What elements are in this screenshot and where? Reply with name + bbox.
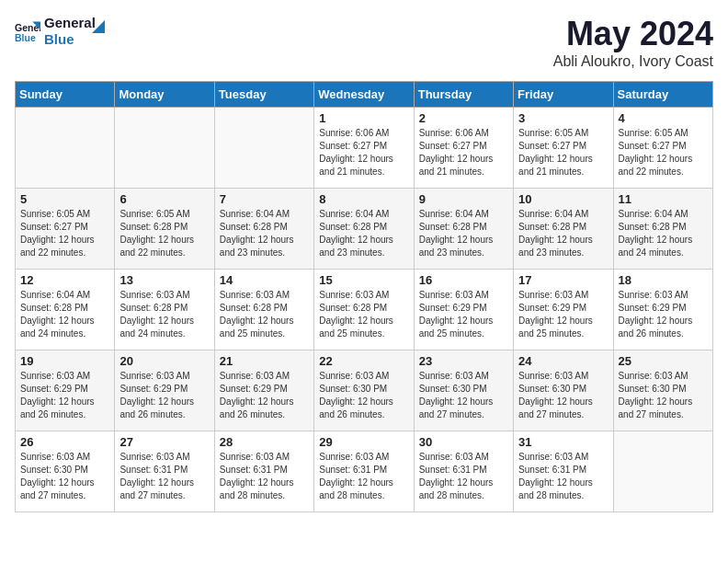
calendar-day-cell: 7Sunrise: 6:04 AM Sunset: 6:28 PM Daylig… (214, 189, 313, 270)
calendar-week-row: 1Sunrise: 6:06 AM Sunset: 6:27 PM Daylig… (16, 108, 713, 189)
day-info: Sunrise: 6:06 AM Sunset: 6:27 PM Dayligh… (319, 127, 408, 178)
day-info: Sunrise: 6:04 AM Sunset: 6:28 PM Dayligh… (220, 208, 309, 259)
calendar-day-cell: 3Sunrise: 6:05 AM Sunset: 6:27 PM Daylig… (514, 108, 613, 189)
day-info: Sunrise: 6:03 AM Sunset: 6:29 PM Dayligh… (518, 289, 608, 340)
calendar-day-cell: 24Sunrise: 6:03 AM Sunset: 6:30 PM Dayli… (514, 350, 613, 431)
day-number: 15 (319, 273, 408, 287)
calendar-week-row: 26Sunrise: 6:03 AM Sunset: 6:30 PM Dayli… (16, 431, 713, 512)
day-info: Sunrise: 6:03 AM Sunset: 6:28 PM Dayligh… (220, 289, 309, 340)
day-number: 27 (119, 435, 209, 449)
calendar-day-cell (16, 108, 115, 189)
calendar-day-cell: 1Sunrise: 6:06 AM Sunset: 6:27 PM Daylig… (314, 108, 414, 189)
calendar-week-row: 12Sunrise: 6:04 AM Sunset: 6:28 PM Dayli… (16, 270, 713, 350)
day-number: 19 (20, 354, 109, 368)
location-title: Abli Aloukro, Ivory Coast (553, 53, 713, 70)
logo-text-general: General (44, 15, 96, 31)
logo-icon: General Blue (15, 18, 40, 44)
day-number: 8 (319, 192, 408, 206)
calendar-day-cell: 5Sunrise: 6:05 AM Sunset: 6:27 PM Daylig… (16, 189, 115, 270)
day-number: 23 (419, 354, 508, 368)
calendar-day-cell: 20Sunrise: 6:03 AM Sunset: 6:29 PM Dayli… (115, 350, 214, 431)
weekday-header: Sunday (16, 82, 115, 108)
day-number: 25 (619, 354, 708, 368)
day-info: Sunrise: 6:05 AM Sunset: 6:27 PM Dayligh… (20, 208, 109, 259)
day-number: 26 (20, 435, 109, 449)
day-number: 30 (419, 435, 508, 449)
calendar-day-cell: 2Sunrise: 6:06 AM Sunset: 6:27 PM Daylig… (414, 108, 513, 189)
calendar-day-cell (214, 108, 313, 189)
day-number: 22 (319, 354, 408, 368)
day-number: 24 (518, 354, 608, 368)
day-info: Sunrise: 6:03 AM Sunset: 6:29 PM Dayligh… (419, 289, 508, 340)
day-info: Sunrise: 6:04 AM Sunset: 6:28 PM Dayligh… (419, 208, 508, 259)
day-info: Sunrise: 6:05 AM Sunset: 6:27 PM Dayligh… (619, 127, 708, 178)
calendar-day-cell: 27Sunrise: 6:03 AM Sunset: 6:31 PM Dayli… (115, 431, 214, 512)
day-info: Sunrise: 6:03 AM Sunset: 6:29 PM Dayligh… (20, 370, 109, 421)
day-info: Sunrise: 6:04 AM Sunset: 6:28 PM Dayligh… (20, 289, 109, 340)
calendar-day-cell: 31Sunrise: 6:03 AM Sunset: 6:31 PM Dayli… (514, 431, 613, 512)
day-number: 17 (518, 273, 608, 287)
day-info: Sunrise: 6:03 AM Sunset: 6:31 PM Dayligh… (419, 451, 508, 502)
calendar-day-cell: 25Sunrise: 6:03 AM Sunset: 6:30 PM Dayli… (613, 350, 712, 431)
day-number: 18 (619, 273, 708, 287)
calendar-day-cell: 11Sunrise: 6:04 AM Sunset: 6:28 PM Dayli… (613, 189, 712, 270)
day-number: 12 (20, 273, 109, 287)
day-info: Sunrise: 6:04 AM Sunset: 6:28 PM Dayligh… (619, 208, 708, 259)
calendar-day-cell: 17Sunrise: 6:03 AM Sunset: 6:29 PM Dayli… (514, 270, 613, 350)
day-number: 3 (518, 111, 608, 125)
title-block: May 2024 Abli Aloukro, Ivory Coast (553, 15, 713, 70)
day-number: 6 (119, 192, 209, 206)
calendar-day-cell: 22Sunrise: 6:03 AM Sunset: 6:30 PM Dayli… (314, 350, 414, 431)
calendar-day-cell: 26Sunrise: 6:03 AM Sunset: 6:30 PM Dayli… (16, 431, 115, 512)
calendar-day-cell: 21Sunrise: 6:03 AM Sunset: 6:29 PM Dayli… (214, 350, 313, 431)
calendar-day-cell (613, 431, 712, 512)
calendar-header-row: SundayMondayTuesdayWednesdayThursdayFrid… (16, 82, 713, 108)
day-number: 16 (419, 273, 508, 287)
day-number: 13 (119, 273, 209, 287)
svg-text:Blue: Blue (15, 32, 36, 43)
day-info: Sunrise: 6:03 AM Sunset: 6:30 PM Dayligh… (419, 370, 508, 421)
day-info: Sunrise: 6:03 AM Sunset: 6:30 PM Dayligh… (619, 370, 708, 421)
day-info: Sunrise: 6:03 AM Sunset: 6:30 PM Dayligh… (20, 451, 109, 502)
day-info: Sunrise: 6:03 AM Sunset: 6:29 PM Dayligh… (119, 370, 209, 421)
calendar-day-cell: 8Sunrise: 6:04 AM Sunset: 6:28 PM Daylig… (314, 189, 414, 270)
day-info: Sunrise: 6:03 AM Sunset: 6:30 PM Dayligh… (319, 370, 408, 421)
day-number: 1 (319, 111, 408, 125)
logo: General Blue General Blue (15, 15, 105, 48)
weekday-header: Monday (115, 82, 214, 108)
calendar-day-cell: 19Sunrise: 6:03 AM Sunset: 6:29 PM Dayli… (16, 350, 115, 431)
day-info: Sunrise: 6:03 AM Sunset: 6:31 PM Dayligh… (518, 451, 608, 502)
calendar-day-cell: 4Sunrise: 6:05 AM Sunset: 6:27 PM Daylig… (613, 108, 712, 189)
day-number: 10 (518, 192, 608, 206)
calendar-day-cell: 6Sunrise: 6:05 AM Sunset: 6:28 PM Daylig… (115, 189, 214, 270)
day-info: Sunrise: 6:03 AM Sunset: 6:29 PM Dayligh… (619, 289, 708, 340)
day-number: 9 (419, 192, 508, 206)
calendar-day-cell: 29Sunrise: 6:03 AM Sunset: 6:31 PM Dayli… (314, 431, 414, 512)
day-info: Sunrise: 6:04 AM Sunset: 6:28 PM Dayligh… (518, 208, 608, 259)
weekday-header: Tuesday (214, 82, 313, 108)
day-info: Sunrise: 6:03 AM Sunset: 6:29 PM Dayligh… (220, 370, 309, 421)
day-info: Sunrise: 6:03 AM Sunset: 6:31 PM Dayligh… (119, 451, 209, 502)
calendar-day-cell: 28Sunrise: 6:03 AM Sunset: 6:31 PM Dayli… (214, 431, 313, 512)
day-info: Sunrise: 6:03 AM Sunset: 6:28 PM Dayligh… (119, 289, 209, 340)
day-info: Sunrise: 6:03 AM Sunset: 6:31 PM Dayligh… (319, 451, 408, 502)
day-info: Sunrise: 6:03 AM Sunset: 6:31 PM Dayligh… (220, 451, 309, 502)
calendar-week-row: 5Sunrise: 6:05 AM Sunset: 6:27 PM Daylig… (16, 189, 713, 270)
day-number: 14 (220, 273, 309, 287)
day-info: Sunrise: 6:05 AM Sunset: 6:27 PM Dayligh… (518, 127, 608, 178)
calendar-day-cell: 14Sunrise: 6:03 AM Sunset: 6:28 PM Dayli… (214, 270, 313, 350)
day-number: 31 (518, 435, 608, 449)
day-number: 28 (220, 435, 309, 449)
calendar-day-cell: 12Sunrise: 6:04 AM Sunset: 6:28 PM Dayli… (16, 270, 115, 350)
weekday-header: Friday (514, 82, 613, 108)
calendar-table: SundayMondayTuesdayWednesdayThursdayFrid… (15, 81, 713, 512)
page-header: General Blue General Blue May 2024 Abli … (15, 15, 713, 70)
calendar-day-cell: 23Sunrise: 6:03 AM Sunset: 6:30 PM Dayli… (414, 350, 513, 431)
calendar-day-cell: 30Sunrise: 6:03 AM Sunset: 6:31 PM Dayli… (414, 431, 513, 512)
calendar-day-cell: 16Sunrise: 6:03 AM Sunset: 6:29 PM Dayli… (414, 270, 513, 350)
day-number: 7 (220, 192, 309, 206)
month-title: May 2024 (553, 15, 713, 53)
logo-triangle (92, 20, 105, 33)
calendar-day-cell (115, 108, 214, 189)
day-number: 11 (619, 192, 708, 206)
